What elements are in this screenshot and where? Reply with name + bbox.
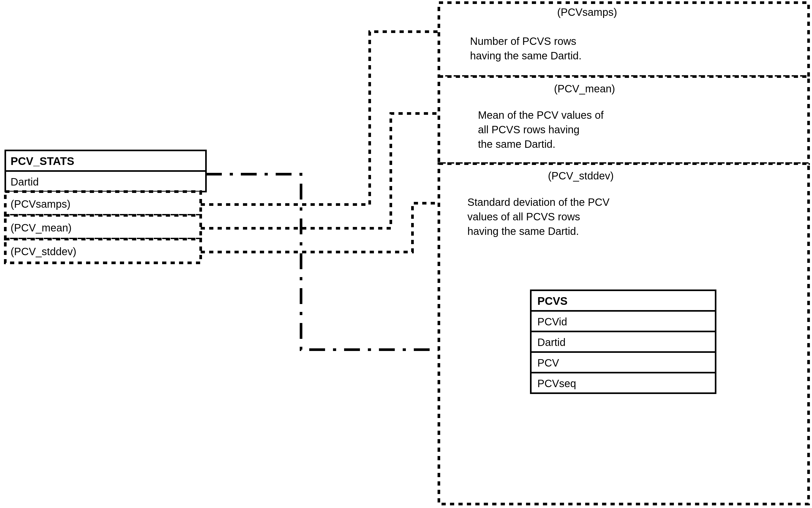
note-pcvstddev-title: (PCV_stddev) (548, 170, 614, 181)
connector-pcvmean-note (201, 114, 439, 228)
entity-pcv-stats-row-pcvmean: (PCV_mean) (10, 222, 72, 234)
entity-pcvs-row-pcvid: PCVid (537, 316, 567, 328)
connector-pcvsamps-note (201, 32, 439, 205)
note-pcvmean-line2: all PCVS rows having (478, 124, 580, 135)
note-pcvsamps: (PCVsamps) Number of PCVS rows having th… (439, 3, 809, 77)
entity-pcv-stats-row-pcvsamps: (PCVsamps) (10, 198, 71, 210)
note-pcvstddev-line2: values of all PCVS rows (468, 211, 580, 222)
note-pcvmean-line1: Mean of the PCV values of (478, 109, 604, 121)
entity-pcvs-row-pcvseq: PCVseq (537, 378, 576, 389)
note-pcvsamps-line2: having the same Dartid. (470, 50, 581, 61)
note-pcvmean-title: (PCV_mean) (554, 83, 615, 94)
entity-pcvs-row-dartid: Dartid (537, 336, 566, 348)
note-pcvsamps-title: (PCVsamps) (557, 6, 617, 18)
entity-pcv-stats-row-pcvstddev: (PCV_stddev) (10, 246, 76, 257)
entity-pcv-stats-row-dartid: Dartid (10, 176, 39, 187)
entity-pcv-stats: PCV_STATS Dartid (PCVsamps) (PCV_mean) (… (5, 151, 206, 263)
entity-pcv-stats-title: PCV_STATS (10, 155, 74, 167)
note-pcvmean: (PCV_mean) Mean of the PCV values of all… (439, 77, 809, 164)
entity-pcvs: PCVS PCVid Dartid PCV PCVseq (531, 290, 716, 393)
diagram-canvas: PCV_STATS Dartid (PCVsamps) (PCV_mean) (… (0, 0, 812, 508)
entity-pcvs-title: PCVS (537, 295, 567, 307)
note-pcvmean-line3: the same Dartid. (478, 138, 555, 150)
note-pcvstddev-line1: Standard deviation of the PCV (468, 196, 609, 208)
entity-pcvs-row-pcv: PCV (537, 357, 559, 369)
note-pcvstddev-line3: having the same Dartid. (468, 225, 579, 237)
note-pcvsamps-line1: Number of PCVS rows (470, 35, 576, 47)
